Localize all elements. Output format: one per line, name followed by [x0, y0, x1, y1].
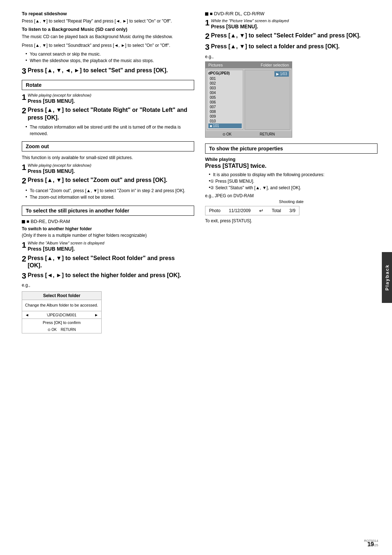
nav-value: \JPEG\DCIM001 [47, 313, 76, 317]
rotate-step2-content: Press [▲, ▼] to select "Rotate Right" or… [28, 106, 190, 122]
bullet-item: The rotation information will be stored … [25, 124, 194, 137]
dvd-section: ■ DVD-R/R DL, CD-R/RW 1 While the "Pictu… [205, 11, 377, 138]
while-playing-label: While playing [205, 157, 377, 162]
step3-main: Press [▲, ▼, ◄, ►] to select "Set" and p… [28, 67, 190, 74]
dvd-step1-number: 1 [205, 19, 209, 27]
switch-title: To switch to another higher folder [22, 226, 194, 231]
bd-re-label: ■ BD-RE, DVD-RAM [22, 219, 194, 224]
status-col4: 3/9 [289, 208, 295, 213]
dvd-step3-content: Press [▲, ▼] to select a folder and pres… [211, 43, 373, 50]
folder-item: 002 [208, 81, 242, 86]
folder-item: 006 [208, 100, 242, 105]
select-root-nav: ◄ \JPEG\DCIM001 ► [22, 311, 101, 319]
screen-left-panel: dPCG(JPE0) 001 002 003 004 005 006 007 0… [207, 70, 243, 130]
dvd-step2-number: 2 [205, 32, 209, 41]
bullet-item: ① Press [SUB MENU]. [209, 178, 377, 185]
folder-item: 009 [208, 114, 242, 119]
bullet-item: ② Select "Status" with [▲, ▼], and selec… [209, 185, 377, 191]
folder-item: 005 [208, 95, 242, 100]
press-status-main: Press [STATUS] twice. [205, 163, 266, 169]
zoom-step1-number: 1 [22, 163, 26, 172]
screen-top-left: Pictures [208, 63, 223, 67]
rotate-step1-main: Press [SUB MENU]. [28, 98, 190, 104]
zoom-out-box-header: Zoom out [22, 141, 194, 151]
left-column: To repeat slideshow Press [▲, ▼] to sele… [22, 11, 194, 540]
bullet-item: It is also possible to display with the … [209, 171, 377, 178]
background-music-title: To listen to a Background Music (SD card… [22, 27, 194, 32]
select-step1-main: Press [SUB MENU]. [28, 246, 190, 252]
folder-item: 007 [208, 105, 242, 109]
folder-item: 010 [208, 119, 242, 123]
background-music-body1: The music CD can be played back as Backg… [22, 33, 194, 40]
zoom-step2-content: Press [▲, ▼] to select "Zoom out" and pr… [28, 177, 190, 184]
screen-top-bar: Pictures Folder selection [205, 62, 292, 68]
rotate-bullets: The rotation information will be stored … [22, 124, 194, 137]
repeat-slideshow-body: Press [▲, ▼] to select "Repeat Play" and… [22, 18, 194, 24]
picture-properties-bullets: It is also possible to display with the … [205, 171, 377, 191]
background-music-section: To listen to a Background Music (SD card… [22, 27, 194, 64]
dvd-step1-label: While the "Picture View" screen is displ… [211, 19, 373, 23]
screen-right-label: ▶ 1/03 [274, 71, 289, 77]
eg-label-right: e.g., [205, 54, 377, 59]
zoom-step1-row: 1 While playing (except for slideshow) P… [22, 163, 194, 174]
select-root-header: Select Root folder [22, 292, 101, 300]
right-column: ■ DVD-R/R DL, CD-R/RW 1 While the "Pictu… [201, 11, 377, 540]
bullet-item: You cannot search or skip the music. [25, 51, 194, 57]
rotate-step1-number: 1 [22, 93, 26, 102]
ok-label: ⊙ OK [48, 328, 57, 332]
step3-content: Press [▲, ▼, ◄, ►] to select "Set" and p… [28, 67, 190, 74]
folder-item: 001 [208, 76, 242, 81]
dvd-step3-number: 3 [205, 43, 209, 52]
folder-item: 004 [208, 90, 242, 95]
eg-label-status: e.g., JPEG on DVD-RAM [205, 193, 377, 198]
enter-icon: ↵ [259, 208, 264, 214]
rotate-step1-label: While playing (except for slideshow) [28, 93, 190, 97]
select-step3-number: 3 [22, 272, 26, 280]
doc-code: RQT9314S1425 [364, 539, 378, 548]
repeat-slideshow-section: To repeat slideshow Press [▲, ▼] to sele… [22, 11, 194, 24]
bullet-item: To cancel "Zoom out", press [▲, ▼] to se… [25, 187, 194, 194]
dvd-step3-row: 3 Press [▲, ▼] to select a folder and pr… [205, 43, 377, 52]
picture-properties-section: To show the picture properties While pla… [205, 143, 377, 223]
sidebar-label: Playback [384, 264, 390, 291]
switch-note: (Only if there is a multiple number of h… [22, 232, 194, 239]
dvd-label: ■ DVD-R/R DL, CD-R/RW [205, 11, 377, 16]
return-label: RETURN [61, 328, 76, 332]
select-step3-row: 3 Press [◄, ►] to select the higher fold… [22, 272, 194, 280]
playback-sidebar-tab: Playback [382, 252, 392, 303]
screen-ok: ⊙ OK [222, 132, 232, 136]
square-icon [22, 220, 25, 223]
zoom-step1-main: Press [SUB MENU]. [28, 168, 190, 174]
zoom-bullets: To cancel "Zoom out", press [▲, ▼] to se… [22, 187, 194, 200]
zoom-step2-number: 2 [22, 177, 26, 185]
rotate-step2-main: Press [▲, ▼] to select "Rotate Right" or… [28, 106, 190, 122]
dvd-step3-main: Press [▲, ▼] to select a folder and pres… [211, 43, 373, 50]
step3-number: 3 [22, 67, 26, 76]
rotate-step2-row: 2 Press [▲, ▼] to select "Rotate Right" … [22, 106, 194, 122]
folder-item: 008 [208, 109, 242, 114]
dvd-step1-content: While the "Picture View" screen is displ… [211, 19, 373, 30]
zoom-out-description: This function is only available for smal… [22, 154, 194, 161]
screen-body: dPCG(JPE0) 001 002 003 004 005 006 007 0… [205, 68, 292, 131]
bullet-item: When the slideshow stops, the playback o… [25, 57, 194, 64]
screen-left-label: dPCG(JPE0) [208, 71, 242, 75]
select-step2-row: 2 Press [▲, ▼] to select "Select Root fo… [22, 255, 194, 270]
exit-note: To exit, press [STATUS]. [205, 218, 377, 223]
rotate-box-header: Rotate [22, 80, 194, 90]
zoom-step2-row: 2 Press [▲, ▼] to select "Zoom out" and … [22, 177, 194, 185]
screen-return: RETURN [260, 132, 275, 136]
screen-bottom-bar: ⊙ OK RETURN [205, 131, 292, 137]
rotate-step1-row: 1 While playing (except for slideshow) P… [22, 93, 194, 104]
dvd-step1-main: Press [SUB MENU]. [211, 23, 373, 30]
select-step3-content: Press [◄, ►] to select the higher folder… [28, 272, 190, 279]
zoom-out-section: Zoom out This function is only available… [22, 141, 194, 200]
zoom-step2-main: Press [▲, ▼] to select "Zoom out" and pr… [28, 177, 190, 184]
background-music-body2: Press [▲, ▼] to select "Soundtrack" and … [22, 42, 194, 49]
rotate-step2-number: 2 [22, 106, 26, 115]
ok-icon-area: ⊙ OK RETURN [22, 326, 101, 333]
shooting-date-label: Shooting date [205, 199, 377, 204]
dvd-step2-content: Press [▲, ▼] to select "Select Folder" a… [211, 32, 373, 40]
folder-item: 003 [208, 86, 242, 90]
screen-top-right: Folder selection [261, 63, 289, 67]
folder-item: ■ 101 [208, 123, 242, 128]
